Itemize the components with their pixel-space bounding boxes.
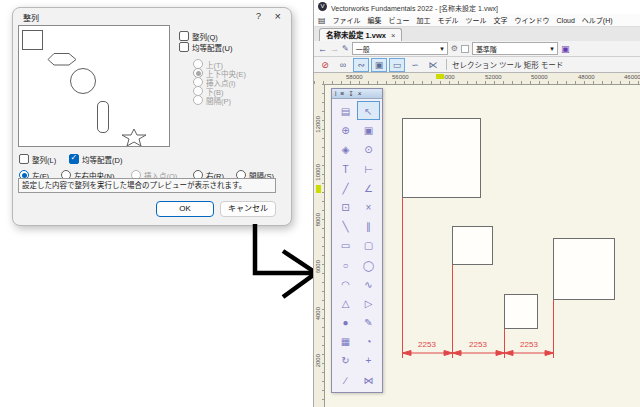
polygon-tool-icon[interactable]: △ — [334, 293, 357, 312]
dimension-value: 2253 — [520, 340, 538, 349]
callout-tool-icon[interactable]: ⊡ — [334, 197, 357, 216]
checkbox-icon[interactable] — [19, 154, 29, 164]
pin-icon[interactable]: ↧ — [348, 89, 353, 98]
protractor-tool-icon[interactable]: ∠ — [357, 178, 380, 197]
preview-info-text: 設定した内容で整列を実行した場合のプレビューが表示されます。 — [18, 178, 276, 193]
text-tool-icon[interactable]: T — [334, 159, 357, 178]
dialog-title: 整列 — [23, 12, 39, 23]
flyover-tool-icon[interactable]: ◈ — [334, 139, 357, 158]
quarter-arc-tool-icon[interactable]: ◔ — [357, 331, 380, 350]
close-icon[interactable]: × — [275, 10, 281, 22]
oval-tool-icon[interactable]: ◯ — [357, 255, 380, 274]
checkbox-checked-icon[interactable] — [69, 154, 79, 164]
rounded-rectangle-tool-icon[interactable]: ▢ — [357, 235, 380, 254]
vectorworks-window: V Vectorworks Fundamentals 2022 - [名称未設定… — [313, 0, 640, 407]
filled-circle-tool-icon[interactable]: ● — [334, 312, 357, 331]
selection-tool-icon[interactable]: ↖ — [357, 101, 380, 120]
freehand-tool-icon[interactable]: ∿ — [357, 274, 380, 293]
vertical-distribute-checkbox[interactable]: 均等配置(U) — [179, 37, 232, 55]
menu-icon[interactable]: ≡ — [340, 89, 344, 98]
preview-square — [22, 30, 43, 50]
preview-hexagon — [47, 53, 77, 66]
radio-spacing-vertical: 間隔(P) — [193, 90, 231, 108]
rotate-tool-icon[interactable]: ↻ — [334, 350, 357, 369]
palette-tool-grid: ▤ ↖ ⊕ ▣ ◈ ⊙ T ⊢ ╱ ∠ ⊡ × ╲ ∥ ▭ ▢ ○ ◯ ◠ ∿ … — [334, 101, 380, 389]
preview-pill — [97, 101, 109, 133]
polyline-tool-icon[interactable]: ▷ — [357, 293, 380, 312]
dimension-value: 2253 — [469, 340, 487, 349]
radio-icon — [193, 95, 203, 105]
pan-tool-icon[interactable]: ⊕ — [334, 120, 357, 139]
move-by-points-tool-icon[interactable]: + — [357, 350, 380, 369]
annotation-arrow — [228, 218, 323, 308]
line-tool-icon[interactable]: ╲ — [334, 216, 357, 235]
regular-polygon-tool-icon[interactable]: ▦ — [334, 331, 357, 350]
align-preview-area — [18, 25, 170, 147]
lasso-select-tool-icon[interactable]: ▤ — [334, 101, 357, 120]
help-icon[interactable]: ? — [256, 11, 261, 21]
dimension-tool-icon[interactable]: ⊢ — [357, 159, 380, 178]
rectangle-tool-icon[interactable]: ▭ — [334, 235, 357, 254]
info-icon[interactable]: i — [335, 89, 336, 98]
close-icon[interactable]: × — [358, 89, 362, 98]
measure-tool-icon[interactable]: ╱ — [334, 178, 357, 197]
constraint-tool-icon[interactable]: × — [357, 197, 380, 216]
align-dialog: 整列 ? × 整列(Q) 均等配置(U) 上(T) 上下中央(E) 挿入点(I)… — [12, 7, 292, 226]
pen-tool-icon[interactable]: ✎ — [357, 312, 380, 331]
arc-tool-icon[interactable]: ◠ — [334, 274, 357, 293]
basic-tool-palette: i ≡ ↧ × ▤ ↖ ⊕ ▣ ◈ ⊙ T ⊢ ╱ ∠ ⊡ × ╲ ∥ ▭ ▢ … — [331, 88, 383, 393]
palette-titlebar: i ≡ ↧ × — [332, 89, 382, 99]
offset-tool-icon[interactable]: ∕ — [334, 370, 357, 389]
mirror-tool-icon[interactable]: ⋈ — [357, 370, 380, 389]
preview-circle — [70, 68, 96, 94]
preview-star — [121, 129, 147, 146]
ok-button[interactable]: OK — [156, 201, 214, 217]
checkbox-icon[interactable] — [179, 42, 189, 52]
zoom-tool-icon[interactable]: ⊙ — [357, 139, 380, 158]
circle-tool-icon[interactable]: ○ — [334, 255, 357, 274]
camera-tool-icon[interactable]: ▣ — [357, 120, 380, 139]
dimension-value: 2253 — [418, 340, 436, 349]
double-line-tool-icon[interactable]: ∥ — [357, 216, 380, 235]
cancel-button[interactable]: キャンセル — [220, 201, 276, 217]
